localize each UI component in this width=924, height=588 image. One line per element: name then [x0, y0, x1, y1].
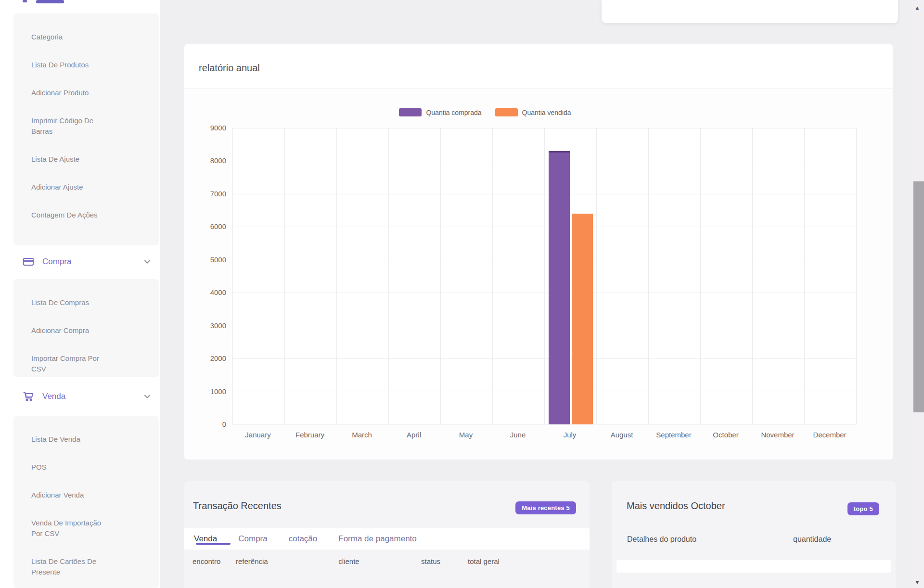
legend-label: Quantia vendida	[522, 109, 571, 116]
transactions-table-header: encontroreferênciaclientestatustotal ger…	[184, 556, 590, 566]
recent-transactions-title: Transação Recentes	[193, 500, 282, 511]
recent-transactions-badge: Mais recentes 5	[515, 501, 576, 514]
gridline-v	[804, 128, 805, 424]
legend-item-quantia-comprada[interactable]: Quantia comprada	[399, 108, 481, 116]
gridline-v	[752, 128, 753, 424]
tab-cotacao[interactable]: cotação	[289, 534, 318, 544]
x-tick-label-april: April	[388, 431, 440, 439]
sidebar: CategoriaLista De ProdutosAdicionar Prod…	[0, 0, 160, 588]
column-header-referencia: referência	[236, 556, 303, 566]
recent-transactions-card: Transação Recentes Mais recentes 5 Venda…	[184, 481, 590, 588]
x-tick-label-june: June	[492, 431, 544, 439]
sidebar-item-adicionar-venda[interactable]: Adicionar Venda	[13, 481, 159, 509]
sidebar-cutoff-item	[36, 0, 64, 3]
tab-venda[interactable]: Venda	[194, 534, 217, 544]
chevron-down-icon	[142, 257, 152, 267]
sidebar-item-pos[interactable]: POS	[13, 453, 159, 481]
y-tick-label: 1000	[192, 387, 226, 396]
sidebar-item-lista-de-compras[interactable]: Lista De Compras	[13, 289, 159, 317]
sidebar-section-venda[interactable]: Venda	[13, 384, 159, 409]
gridline-v	[648, 128, 649, 424]
sidebar-item-categoria[interactable]: Categoria	[13, 23, 159, 51]
legend-item-quantia-vendida[interactable]: Quantia vendida	[495, 108, 571, 116]
annual-report-header: relatório anual	[184, 44, 893, 89]
sidebar-item-lista-de-cartoes-de-presente[interactable]: Lista De Cartões De Presente	[13, 548, 159, 586]
credit-card-icon	[22, 256, 35, 268]
x-tick-label-may: May	[440, 431, 492, 439]
top-products-table-header: Detalhes do produtoquantidade	[612, 535, 896, 544]
y-tick-label: 6000	[192, 222, 226, 230]
top-products-card: Mais vendidos October topo 5 Detalhes do…	[612, 481, 896, 588]
scrollbar-thumb[interactable]	[913, 181, 924, 412]
x-tick-label-november: November	[752, 431, 804, 439]
chevron-down-icon	[142, 392, 152, 401]
sidebar-item-lista-de-produtos[interactable]: Lista De Produtos	[13, 51, 159, 79]
gridline-v	[596, 128, 597, 424]
y-tick-label: 2000	[192, 354, 226, 362]
y-tick-label: 5000	[192, 256, 226, 264]
gridline-v	[388, 128, 389, 424]
top-products-badge: topo 5	[847, 502, 879, 515]
bar-quantia-vendida-july	[572, 214, 593, 424]
scrollbar-up-icon[interactable]: ▲	[911, 5, 924, 11]
column-header-encontro: encontro	[192, 556, 236, 566]
top-products-empty-row	[616, 560, 891, 573]
sidebar-submenu: Lista De ComprasAdicionar CompraImportar…	[13, 279, 159, 377]
sidebar-item-adicionar-compra[interactable]: Adicionar Compra	[13, 317, 159, 345]
annual-report-title: relatório anual	[184, 44, 893, 74]
legend-swatch	[495, 108, 518, 116]
x-tick-label-december: December	[804, 431, 856, 439]
y-tick-label: 7000	[192, 190, 226, 198]
column-header-quantidade: quantidade	[793, 535, 831, 544]
sidebar-section-compra[interactable]: Compra	[13, 249, 159, 274]
gridline-v	[492, 128, 493, 424]
sidebar-item-contagem-de-acoes[interactable]: Contagem De Ações	[13, 201, 159, 229]
sidebar-item-adicionar-ajuste[interactable]: Adicionar Ajuste	[13, 173, 159, 201]
sidebar-submenu: CategoriaLista De ProdutosAdicionar Prod…	[13, 13, 159, 245]
shopping-cart-icon	[22, 390, 35, 403]
column-header-status: status	[395, 556, 467, 566]
x-tick-label-september: September	[648, 431, 700, 439]
sidebar-item-importar-compra-por-csv[interactable]: Importar Compra Por CSV	[13, 345, 159, 383]
sidebar-submenu: Lista De VendaPOSAdicionar VendaVenda De…	[13, 416, 159, 588]
column-header-total-geral: total geral	[467, 556, 500, 566]
sidebar-cutoff-icon	[23, 0, 27, 2]
y-tick-label: 0	[192, 420, 226, 428]
legend-swatch	[399, 108, 422, 116]
y-tick-label: 3000	[192, 321, 226, 330]
x-tick-label-july: July	[544, 431, 596, 439]
y-tick-label: 8000	[192, 156, 226, 165]
sidebar-section-label: Compra	[42, 257, 142, 267]
top-products-title: Mais vendidos October	[627, 500, 725, 511]
sidebar-item-imprimir-codigo-de-barras[interactable]: Imprimir Código De Barras	[13, 107, 159, 145]
x-tick-label-march: March	[336, 431, 388, 439]
x-tick-label-january: January	[232, 431, 284, 439]
topbar-dropdown-panel	[602, 0, 898, 23]
sidebar-item-adicionar-produto[interactable]: Adicionar Produto	[13, 79, 159, 107]
annual-report-card: relatório anual Quantia compradaQuantia …	[184, 44, 893, 460]
x-tick-label-february: February	[284, 431, 336, 439]
sidebar-item-lista-de-venda[interactable]: Lista De Venda	[13, 425, 159, 453]
gridline-v	[544, 128, 545, 424]
gridline-v	[440, 128, 441, 424]
x-tick-label-october: October	[700, 431, 752, 439]
y-tick-label: 4000	[192, 288, 226, 296]
chart-plot-area	[232, 128, 856, 424]
gridline-v	[284, 128, 285, 424]
sidebar-section-label: Venda	[42, 392, 142, 401]
tab-forma-de-pagamento[interactable]: Forma de pagamento	[338, 534, 417, 544]
tab-compra[interactable]: Compra	[238, 534, 267, 544]
legend-label: Quantia comprada	[426, 109, 481, 116]
sidebar-item-venda-de-importacao-por-csv[interactable]: Venda De Importação Por CSV	[13, 509, 159, 548]
sidebar-item-lista-de-ajuste[interactable]: Lista De Ajuste	[13, 145, 159, 173]
gridline-v	[700, 128, 701, 424]
column-header-cliente: cliente	[303, 556, 395, 566]
page-scrollbar[interactable]: ▲ ▼	[911, 0, 924, 588]
annual-report-chart: Quantia compradaQuantia vendida 01000200…	[184, 89, 893, 460]
scrollbar-down-icon[interactable]: ▼	[911, 579, 924, 585]
bar-quantia-comprada-july	[549, 151, 570, 424]
y-tick-label: 9000	[192, 124, 226, 132]
column-header-detalhes-do-produto: Detalhes do produto	[627, 535, 793, 544]
transactions-tabs: VendaCompracotaçãoForma de pagamento	[184, 528, 590, 550]
chart-legend: Quantia compradaQuantia vendida	[184, 108, 786, 116]
